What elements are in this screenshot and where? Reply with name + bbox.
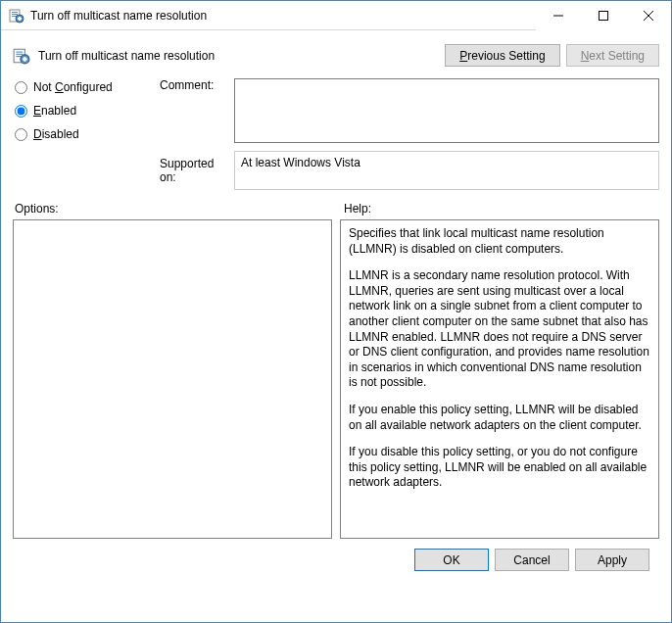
enabled-radio-input[interactable]	[15, 105, 27, 118]
help-paragraph: LLMNR is a secondary name resolution pro…	[349, 268, 650, 391]
policy-title: Turn off multicast name resolution	[38, 49, 445, 63]
not-configured-radio-input[interactable]	[15, 81, 27, 94]
svg-rect-1	[12, 12, 18, 13]
svg-rect-6	[18, 18, 22, 20]
disabled-radio-input[interactable]	[15, 128, 27, 141]
apply-button[interactable]: Apply	[575, 549, 649, 571]
help-paragraph: If you disable this policy setting, or y…	[349, 445, 650, 491]
svg-rect-17	[23, 58, 27, 60]
not-configured-label: Not Configured	[33, 80, 113, 94]
next-setting-button: Next Setting	[566, 44, 659, 67]
policy-icon	[13, 47, 30, 65]
svg-rect-13	[16, 53, 23, 54]
ok-button[interactable]: OK	[414, 549, 489, 571]
supported-on-value: At least Windows Vista	[241, 156, 360, 169]
comment-label: Comment:	[160, 78, 228, 92]
help-panel[interactable]: Specifies that link local multicast name…	[340, 219, 659, 539]
options-label: Options:	[15, 202, 344, 216]
close-button[interactable]	[626, 1, 671, 30]
disabled-radio[interactable]: Disabled	[15, 127, 154, 141]
window-title: Turn off multicast name resolution	[30, 9, 536, 23]
not-configured-radio[interactable]: Not Configured	[15, 80, 154, 94]
help-paragraph: If you enable this policy setting, LLMNR…	[349, 403, 650, 433]
previous-setting-button[interactable]: Previous Setting	[445, 44, 559, 67]
titlebar[interactable]: Turn off multicast name resolution	[1, 1, 671, 30]
svg-rect-8	[600, 12, 608, 21]
disabled-label: Disabled	[33, 127, 79, 141]
maximize-button[interactable]	[581, 1, 626, 30]
policy-icon	[9, 8, 24, 24]
supported-on-label: Supported on:	[160, 157, 228, 184]
minimize-button[interactable]	[536, 1, 581, 30]
svg-rect-2	[12, 14, 18, 15]
svg-rect-12	[16, 51, 23, 52]
enabled-label: Enabled	[33, 104, 76, 118]
options-panel	[13, 219, 332, 539]
cancel-button[interactable]: Cancel	[495, 549, 569, 571]
comment-textarea[interactable]	[234, 78, 659, 143]
supported-on-box: At least Windows Vista	[234, 151, 659, 190]
help-label: Help:	[344, 202, 371, 216]
help-paragraph: Specifies that link local multicast name…	[349, 226, 650, 257]
enabled-radio[interactable]: Enabled	[15, 104, 154, 118]
